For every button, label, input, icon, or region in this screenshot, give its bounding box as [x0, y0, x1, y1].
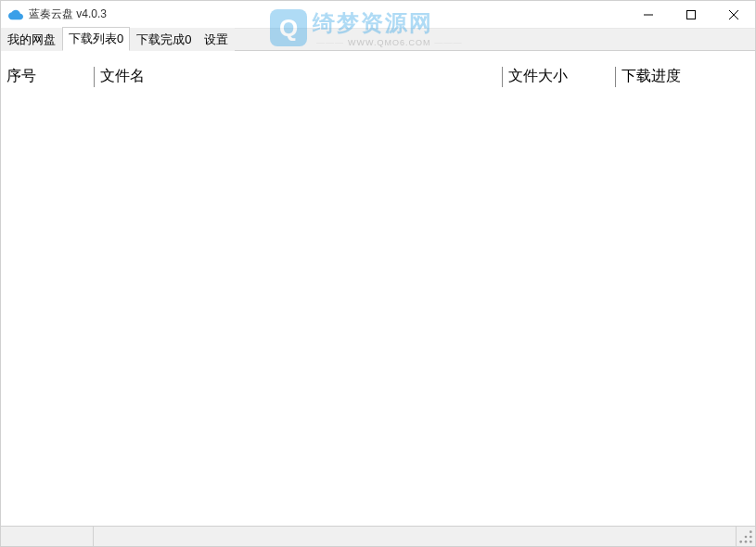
- status-cell-1: [1, 527, 94, 546]
- tab-bar: 我的网盘 下载列表0 下载完成0 设置: [1, 29, 755, 51]
- table-header: 序号 文件名 文件大小 下载进度: [1, 51, 755, 88]
- minimize-button[interactable]: [627, 1, 670, 28]
- content-area: 序号 文件名 文件大小 下载进度: [1, 51, 755, 526]
- svg-rect-0: [687, 10, 696, 19]
- close-button[interactable]: [712, 1, 755, 28]
- tab-my-disk[interactable]: 我的网盘: [1, 28, 62, 51]
- window-title: 蓝奏云盘 v4.0.3: [29, 6, 627, 22]
- svg-point-3: [750, 536, 752, 539]
- tab-download-complete[interactable]: 下载完成0: [130, 28, 198, 51]
- svg-point-4: [739, 541, 742, 543]
- window-controls: [627, 1, 755, 28]
- tab-download-list[interactable]: 下载列表0: [62, 27, 130, 51]
- svg-point-1: [750, 530, 752, 533]
- svg-point-2: [745, 536, 748, 539]
- statusbar: [1, 526, 755, 546]
- status-cell-2: [94, 527, 737, 546]
- column-progress[interactable]: 下载进度: [615, 67, 755, 87]
- svg-point-6: [750, 541, 752, 543]
- maximize-button[interactable]: [670, 1, 712, 28]
- app-icon: [8, 7, 23, 22]
- resize-grip-icon[interactable]: [738, 529, 753, 544]
- svg-point-5: [745, 541, 748, 543]
- status-cell-3: [737, 527, 755, 546]
- column-index[interactable]: 序号: [1, 67, 94, 87]
- titlebar: 蓝奏云盘 v4.0.3: [1, 1, 755, 29]
- column-filesize[interactable]: 文件大小: [502, 67, 615, 87]
- column-filename[interactable]: 文件名: [94, 67, 502, 87]
- tab-settings[interactable]: 设置: [198, 28, 235, 51]
